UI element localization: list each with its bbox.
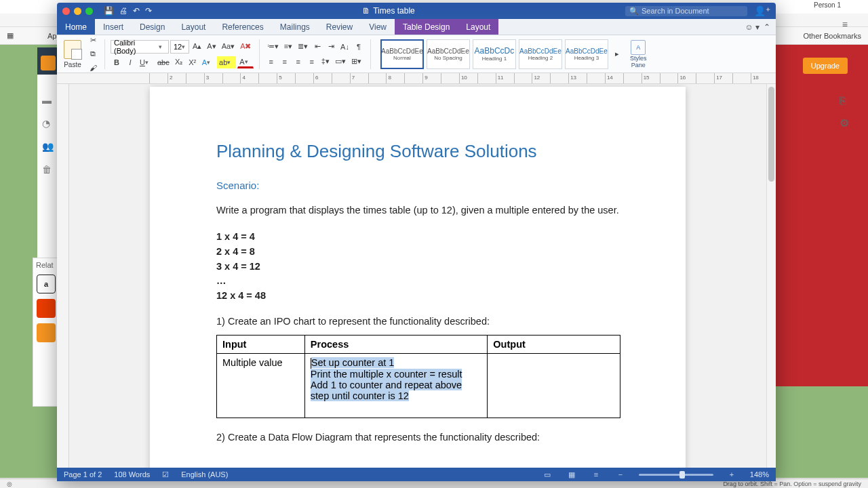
style-normal[interactable]: AaBbCcDdEeNormal <box>380 39 424 69</box>
status-spellcheck-icon[interactable]: ☑ <box>162 470 169 479</box>
vertical-ruler[interactable] <box>57 84 69 468</box>
panel-expand-icon[interactable]: ⎘ <box>840 95 849 107</box>
subscript-icon[interactable]: X₂ <box>173 56 185 68</box>
align-right-icon[interactable]: ≡ <box>292 56 304 68</box>
qat-print-icon[interactable]: 🖨 <box>119 6 127 16</box>
borders-icon[interactable]: ⊞▾ <box>349 56 363 68</box>
tab-references[interactable]: References <box>214 19 271 35</box>
share-icon[interactable]: 👤⁺ <box>754 5 770 16</box>
cell-input[interactable]: Multiple value <box>217 353 305 418</box>
vertical-scrollbar[interactable] <box>766 84 776 468</box>
cut-icon[interactable]: ✂ <box>87 35 99 47</box>
grow-font-icon[interactable]: A▴ <box>191 41 203 53</box>
style-heading-2[interactable]: AaBbCcDdEeHeading 2 <box>519 39 562 69</box>
view-web-icon[interactable]: ≡ <box>590 470 602 479</box>
scenario-body: Write a program that displays the times … <box>216 203 619 218</box>
account-icon[interactable]: ☺ ▾ <box>745 22 760 32</box>
format-painter-icon[interactable]: 🖌 <box>87 62 99 74</box>
shading-icon[interactable]: ▭▾ <box>333 56 348 68</box>
aws-icon[interactable] <box>37 323 56 342</box>
search-box[interactable]: 🔍 Search in Document <box>625 6 747 16</box>
bookmarks-apps-icon[interactable]: ▦ <box>7 31 14 40</box>
status-page[interactable]: Page 1 of 2 <box>64 470 102 479</box>
styles-more-icon[interactable]: ▸ <box>611 39 623 69</box>
text-effects-icon[interactable]: A▾ <box>200 56 216 68</box>
tab-table-layout[interactable]: Layout <box>458 19 498 35</box>
tab-table-design[interactable]: Table Design <box>395 19 458 35</box>
panel-settings-icon[interactable]: ⚙ <box>840 117 849 129</box>
cell-process[interactable]: Set up counter at 1 Print the multiple x… <box>304 353 487 418</box>
ruler-mark <box>368 73 387 83</box>
underline-icon[interactable]: U▾ <box>138 56 154 68</box>
ruler-mark: 15 <box>642 73 660 83</box>
amazon-icon[interactable]: a <box>37 274 56 293</box>
ruler-mark <box>696 73 714 83</box>
superscript-icon[interactable]: X² <box>186 56 199 68</box>
other-bookmarks[interactable]: Other Bookmarks <box>803 32 861 40</box>
line-spacing-icon[interactable]: ‡▾ <box>319 56 332 68</box>
tab-design[interactable]: Design <box>132 19 173 35</box>
strikethrough-icon[interactable]: abc <box>155 56 172 68</box>
style-no-spacing[interactable]: AaBbCcDdEeNo Spacing <box>427 39 470 69</box>
align-left-icon[interactable]: ≡ <box>265 56 277 68</box>
zoom-slider[interactable] <box>639 474 713 476</box>
horizontal-ruler[interactable]: 23456789101112131415161718 <box>57 73 776 84</box>
qat-save-icon[interactable]: 💾 <box>104 6 114 16</box>
tab-review[interactable]: Review <box>318 19 361 35</box>
sort-icon[interactable]: A↓ <box>338 41 351 53</box>
increase-indent-icon[interactable]: ⇥ <box>325 41 337 53</box>
collapse-ribbon-icon[interactable]: ⌃ <box>764 22 770 32</box>
styles-pane-button[interactable]: A Styles Pane <box>626 40 651 68</box>
highlight-icon[interactable]: ab▾ <box>217 56 236 68</box>
window-minimize[interactable] <box>74 7 81 15</box>
sidebar-people-icon[interactable]: 👥 <box>42 141 54 152</box>
bold-icon[interactable]: B <box>111 56 123 68</box>
clear-formatting-icon[interactable]: A✖ <box>238 41 253 53</box>
qat-undo-icon[interactable]: ↶ <box>133 6 140 16</box>
bookmark-ap[interactable]: Ap <box>47 32 56 40</box>
tab-layout[interactable]: Layout <box>173 19 214 35</box>
document-area[interactable]: Planning & Designing Software Solutions … <box>69 84 766 468</box>
tab-home[interactable]: Home <box>57 19 95 35</box>
zoom-level[interactable]: 148% <box>750 470 769 479</box>
view-focus-icon[interactable]: ▭ <box>541 470 553 479</box>
italic-icon[interactable]: I <box>124 56 136 68</box>
status-language[interactable]: English (AUS) <box>181 470 228 479</box>
multilevel-icon[interactable]: ≣▾ <box>296 41 310 53</box>
style-heading-1[interactable]: AaBbCcDcHeading 1 <box>473 39 516 69</box>
zoom-in-icon[interactable]: + <box>726 470 738 479</box>
copy-icon[interactable]: ⧉ <box>87 48 99 60</box>
style-heading-3[interactable]: AaBbCcDdEeHeading 3 <box>565 39 608 69</box>
change-case-icon[interactable]: Aa▾ <box>220 41 237 53</box>
align-center-icon[interactable]: ≡ <box>279 56 291 68</box>
justify-icon[interactable]: ≡ <box>306 56 318 68</box>
window-zoom[interactable] <box>85 7 93 15</box>
font-name-select[interactable]: Calibri (Body)▾ <box>111 40 169 54</box>
window-close[interactable] <box>62 7 70 15</box>
decrease-indent-icon[interactable]: ⇤ <box>311 41 323 53</box>
status-words[interactable]: 108 Words <box>114 470 150 479</box>
office-icon[interactable] <box>37 299 56 318</box>
view-print-icon[interactable]: ▦ <box>566 470 578 479</box>
browser-profile[interactable]: Person 1 <box>814 1 841 9</box>
show-marks-icon[interactable]: ¶ <box>353 41 365 53</box>
sidebar-block-icon[interactable]: ▬ <box>42 95 54 106</box>
upgrade-button[interactable]: Upgrade <box>803 58 848 74</box>
bullets-icon[interactable]: ≔▾ <box>265 41 281 53</box>
tab-view[interactable]: View <box>361 19 395 35</box>
shrink-font-icon[interactable]: A▾ <box>205 41 218 53</box>
ipo-table[interactable]: Input Process Output Multiple value Set … <box>216 335 620 418</box>
zoom-out-icon[interactable]: − <box>614 470 627 479</box>
qat-redo-icon[interactable]: ↷ <box>145 6 152 16</box>
paste-icon[interactable] <box>64 40 81 59</box>
sidebar-trash-icon[interactable]: 🗑 <box>42 164 54 175</box>
scrollbar-thumb[interactable] <box>768 87 774 182</box>
numbering-icon[interactable]: ≡▾ <box>282 41 294 53</box>
cell-output[interactable] <box>488 353 620 418</box>
font-color-icon[interactable]: A▾ <box>237 56 253 68</box>
search-placeholder: Search in Document <box>642 7 709 15</box>
tab-mailings[interactable]: Mailings <box>272 19 318 35</box>
tab-insert[interactable]: Insert <box>95 19 132 35</box>
font-size-select[interactable]: 12▾ <box>170 40 189 54</box>
sidebar-clock-icon[interactable]: ◔ <box>42 118 54 129</box>
